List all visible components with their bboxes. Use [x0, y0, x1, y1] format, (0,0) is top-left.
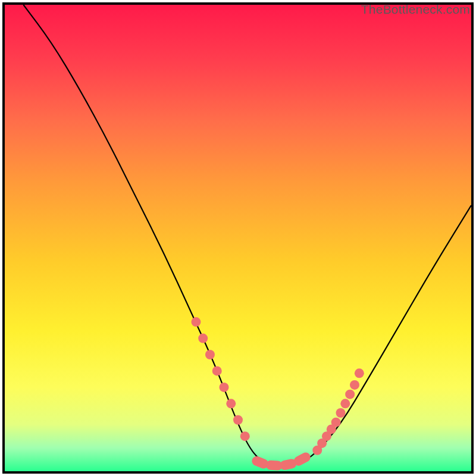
- highlight-dot: [198, 334, 208, 343]
- highlight-dot: [340, 399, 350, 408]
- highlight-dot: [191, 317, 201, 327]
- highlight-dot: [240, 431, 250, 441]
- highlight-dot: [205, 350, 215, 359]
- highlight-dot: [350, 380, 359, 390]
- highlight-dot: [212, 366, 222, 375]
- highlight-dot: [226, 399, 236, 408]
- chart-container: TheBottleneck.com: [0, 0, 476, 476]
- plot-area: [2, 2, 474, 474]
- highlight-dot: [355, 368, 364, 378]
- highlight-dot: [219, 383, 228, 392]
- highlight-capsule: [284, 464, 292, 465]
- highlight-dots-right: [312, 368, 364, 455]
- highlight-capsule: [256, 461, 264, 464]
- highlight-dot: [345, 390, 355, 399]
- bottleneck-curve: [23, 5, 471, 466]
- highlight-dot: [233, 415, 243, 425]
- highlight-capsule: [299, 457, 306, 461]
- highlight-dot: [336, 408, 345, 418]
- curve-path: [23, 5, 471, 466]
- highlight-dots-bottom: [256, 457, 305, 465]
- chart-svg: [5, 5, 471, 471]
- highlight-dot: [331, 418, 341, 427]
- attribution-text: TheBottleneck.com: [361, 2, 470, 17]
- highlight-capsule: [271, 465, 278, 466]
